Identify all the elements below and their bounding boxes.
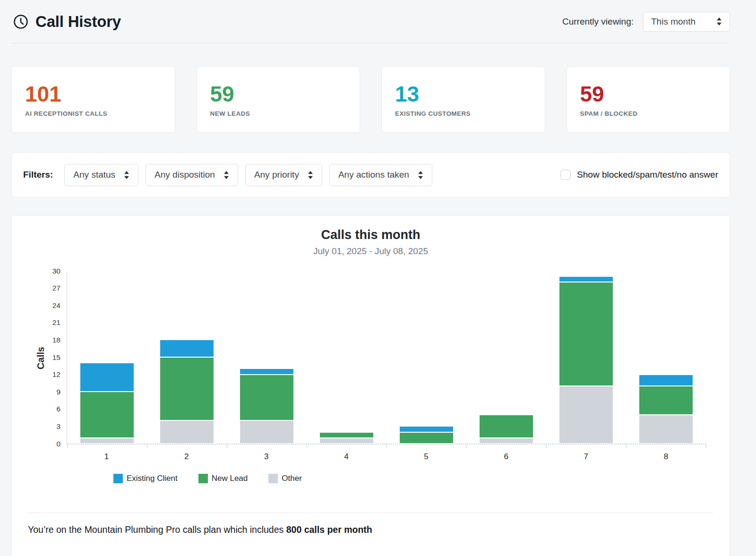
updown-arrows-icon	[223, 171, 229, 179]
updown-arrows-icon	[418, 171, 423, 179]
stat-label: EXISTING CUSTOMERS	[395, 110, 532, 117]
bar-slot-3	[227, 272, 307, 444]
page-header: Call History Currently viewing: This mon…	[11, 0, 730, 43]
plan-note-text: You’re on the Mountain Plumbing Pro call…	[28, 524, 286, 535]
filter-dropdown-any-disposition[interactable]: Any disposition	[146, 164, 238, 186]
filter-dropdown-value: Any disposition	[155, 170, 215, 180]
period-select[interactable]: This month	[643, 12, 730, 32]
stacked-bar-1[interactable]	[80, 363, 134, 444]
filter-dropdown-value: Any actions taken	[338, 170, 409, 180]
stacked-bar-7[interactable]	[559, 276, 613, 444]
x-axis-tick	[466, 445, 467, 448]
bar-segment-existing-client[interactable]	[240, 368, 294, 374]
chart-title: Calls this month	[12, 228, 730, 242]
y-tick-label: 21	[52, 319, 60, 326]
bar-segment-other[interactable]	[160, 420, 214, 444]
x-tick-label: 3	[226, 452, 306, 462]
filter-dropdown-value: Any status	[73, 170, 115, 180]
plan-note: You’re on the Mountain Plumbing Pro call…	[28, 524, 713, 535]
bar-segment-existing-client[interactable]	[639, 375, 693, 386]
calls-chart: Calls 036912151821242730 12345678 Existi…	[12, 272, 730, 483]
bar-segment-other[interactable]	[80, 438, 134, 444]
stats-row: 101AI RECEPTIONIST CALLS59NEW LEADS13EXI…	[11, 66, 730, 133]
stat-card-existing-customers: 13EXISTING CUSTOMERS	[381, 66, 545, 133]
x-axis-tick	[706, 445, 706, 448]
bar-segment-new-lead[interactable]	[639, 386, 693, 415]
show-blocked-toggle[interactable]: Show blocked/spam/test/no answer	[560, 170, 718, 180]
legend-item-other[interactable]: Other	[268, 474, 302, 483]
card-divider	[28, 513, 713, 513]
bar-segment-new-lead[interactable]	[399, 432, 454, 444]
y-tick-label: 18	[52, 336, 60, 344]
legend-swatch	[198, 474, 208, 483]
bar-slot-5	[387, 272, 466, 444]
filters-bar: Filters: Any statusAny dispositionAny pr…	[11, 152, 730, 197]
x-axis-tick	[626, 445, 627, 448]
plan-note-quota: 800 calls per month	[286, 524, 372, 535]
x-tick-label: 4	[306, 452, 386, 462]
x-axis-tick	[307, 445, 307, 448]
period-select-value: This month	[651, 17, 696, 27]
bar-segment-other[interactable]	[559, 386, 613, 444]
bar-segment-other[interactable]	[240, 420, 294, 444]
bar-segment-new-lead[interactable]	[240, 375, 294, 421]
filter-dropdown-value: Any priority	[254, 170, 299, 180]
bar-segment-new-lead[interactable]	[80, 392, 134, 438]
filter-dropdown-any-actions-taken[interactable]: Any actions taken	[329, 164, 432, 186]
bar-segment-existing-client[interactable]	[399, 426, 454, 432]
legend-item-new-lead[interactable]: New Lead	[198, 474, 248, 483]
legend-swatch	[113, 474, 123, 483]
bar-segment-other[interactable]	[319, 438, 374, 444]
stat-value: 13	[395, 82, 532, 107]
stacked-bar-6[interactable]	[479, 415, 533, 444]
updown-arrows-icon	[308, 171, 313, 179]
stat-value: 101	[25, 82, 162, 107]
bar-segment-existing-client[interactable]	[160, 340, 214, 357]
x-tick-label: 2	[146, 452, 226, 462]
bar-segment-new-lead[interactable]	[559, 282, 613, 386]
bar-segment-new-lead[interactable]	[479, 415, 533, 438]
x-tick-label: 7	[546, 452, 626, 462]
y-tick-label: 30	[52, 267, 60, 275]
clock-icon	[13, 14, 28, 29]
show-blocked-checkbox[interactable]	[560, 170, 571, 180]
legend-swatch	[268, 474, 278, 483]
show-blocked-label: Show blocked/spam/test/no answer	[577, 170, 718, 180]
bar-segment-other[interactable]	[639, 415, 693, 444]
x-axis-tick	[67, 445, 68, 448]
legend-label: New Lead	[212, 474, 248, 483]
updown-arrows-icon	[124, 171, 129, 179]
y-tick-label: 24	[52, 302, 60, 309]
x-tick-label: 5	[387, 452, 466, 462]
stat-value: 59	[210, 82, 347, 107]
bar-segment-existing-client[interactable]	[559, 276, 613, 282]
y-tick-label: 6	[56, 405, 60, 413]
x-axis-labels: 12345678	[67, 452, 706, 462]
y-tick-label: 27	[52, 284, 60, 292]
filter-dropdown-any-priority[interactable]: Any priority	[245, 164, 322, 186]
stacked-bar-8[interactable]	[639, 375, 693, 444]
call-history-page: Call History Currently viewing: This mon…	[0, 0, 756, 556]
bar-segment-other[interactable]	[479, 438, 533, 444]
x-tick-label: 1	[67, 452, 146, 462]
bar-segment-new-lead[interactable]	[160, 357, 214, 420]
x-axis-tick	[227, 445, 227, 448]
bar-slot-2	[147, 272, 227, 444]
bar-slot-8	[626, 272, 706, 444]
legend-item-existing-client[interactable]: Existing Client	[113, 474, 178, 483]
y-tick-label: 9	[56, 388, 60, 396]
bar-segment-existing-client[interactable]	[80, 363, 134, 392]
stacked-bar-2[interactable]	[160, 340, 214, 444]
stacked-bar-3[interactable]	[240, 368, 294, 444]
stacked-bar-5[interactable]	[399, 426, 454, 444]
chart-subtitle: July 01, 2025 - July 08, 2025	[12, 246, 730, 257]
filter-dropdown-any-status[interactable]: Any status	[64, 164, 138, 186]
y-tick-label: 12	[52, 371, 60, 378]
stat-card-new-leads: 59NEW LEADS	[197, 66, 361, 133]
bar-segment-new-lead[interactable]	[319, 432, 374, 438]
plot-area: 036912151821242730	[67, 272, 706, 445]
stacked-bar-4[interactable]	[319, 432, 374, 444]
x-axis-tick	[546, 445, 547, 448]
bar-slot-7	[546, 272, 626, 444]
stat-card-ai-receptionist-calls: 101AI RECEPTIONIST CALLS	[11, 66, 175, 133]
